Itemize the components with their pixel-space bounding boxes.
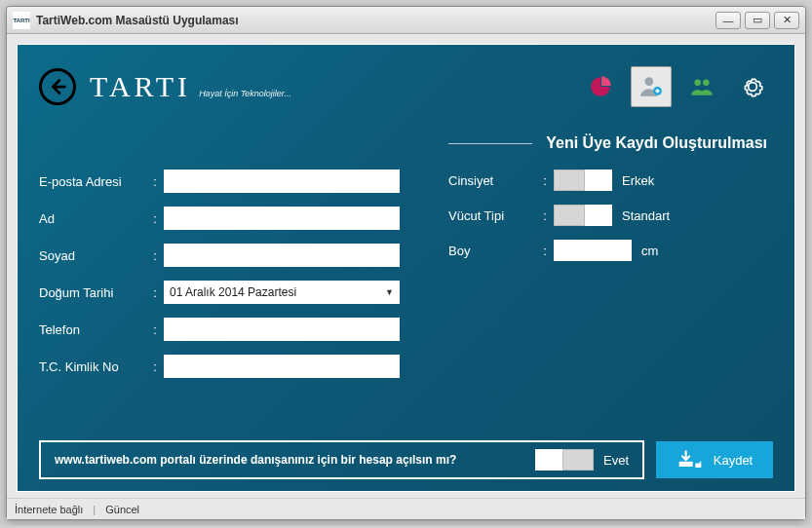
users-icon [689,74,715,99]
window-buttons: — ▭ ✕ [715,12,799,29]
gender-value: Erkek [622,173,654,188]
bodytype-value: Standart [622,208,670,223]
logo: TARTI Hayat İçin Teknolojiler... [90,70,291,103]
surname-field[interactable] [164,244,400,267]
status-version: Güncel [105,504,139,515]
app-window: TARTI TartiWeb.com Masaüstü Uygulaması —… [6,6,806,520]
header-row: TARTI Hayat İçin Teknolojiler... [39,62,773,111]
top-icons [580,66,773,107]
logo-tagline: Hayat İçin Teknolojiler... [199,89,291,98]
save-button[interactable]: Kaydet [656,441,773,478]
phone-row: Telefon : [39,318,400,341]
titlebar[interactable]: TARTI TartiWeb.com Masaüstü Uygulaması —… [7,7,805,34]
tckn-field[interactable] [164,355,400,378]
birthdate-label: Doğum Tarihi [39,285,146,300]
svg-rect-6 [699,462,701,464]
name-row: Ad : [39,207,400,230]
name-field[interactable] [164,207,400,230]
add-user-button[interactable] [631,66,672,107]
svg-point-2 [694,79,701,86]
maximize-button[interactable]: ▭ [745,12,770,29]
window-title: TartiWeb.com Masaüstü Uygulaması [36,14,715,27]
bottom-bar: www.tartiweb.com portalı üzerinde danışa… [39,440,773,479]
account-question-text: www.tartiweb.com portalı üzerinde danışa… [55,453,535,467]
surname-label: Soyad [39,248,146,263]
status-separator: | [93,504,96,515]
app-icon: TARTI [13,12,30,29]
logo-text: TARTI [90,70,191,103]
section-header: Yeni Üye Kaydı Oluşturulması [39,134,773,152]
add-user-icon [638,74,664,99]
phone-label: Telefon [39,322,146,337]
back-arrow-icon [47,76,68,97]
height-field[interactable] [554,240,632,261]
content: TARTI Hayat İçin Teknolojiler... [7,34,805,498]
birthdate-select[interactable]: 01 Aralık 2014 Pazartesi ▼ [164,281,400,304]
bodytype-row: Vücut Tipi : Standart [448,205,773,226]
tckn-label: T.C. Kimlik No [39,359,146,374]
height-label: Boy [448,244,536,258]
name-label: Ad [39,211,146,226]
users-button[interactable] [681,66,722,107]
section-title: Yeni Üye Kaydı Oluşturulması [546,134,767,152]
form: E-posta Adresi : Ad : Soyad : [39,170,773,392]
account-question-toggle[interactable] [535,449,594,471]
svg-rect-5 [695,464,701,468]
chart-button[interactable] [580,66,621,107]
toggle-knob [554,170,585,191]
tckn-row: T.C. Kimlik No : [39,355,400,378]
birthdate-value: 01 Aralık 2014 Pazartesi [170,285,296,299]
svg-point-0 [645,77,654,86]
gender-row: Cinsiyet : Erkek [448,170,773,191]
main-panel: TARTI Hayat İçin Teknolojiler... [17,44,795,492]
pie-chart-icon [588,74,613,99]
surname-row: Soyad : [39,244,400,267]
gear-icon [740,74,765,99]
gender-toggle[interactable] [554,170,612,191]
close-button[interactable]: ✕ [774,12,799,29]
toggle-knob [554,205,585,226]
svg-rect-4 [678,462,692,467]
account-question-box: www.tartiweb.com portalı üzerinde danışa… [39,440,644,479]
form-left-column: E-posta Adresi : Ad : Soyad : [39,170,400,392]
phone-field[interactable] [164,318,400,341]
gender-label: Cinsiyet [448,173,536,188]
back-button[interactable] [39,68,76,105]
form-right-column: Cinsiyet : Erkek Vücut Tipi : Standart B… [448,170,773,392]
bodytype-label: Vücut Tipi [448,208,536,223]
toggle-knob [562,449,594,471]
height-row: Boy : cm [448,240,773,261]
height-unit: cm [641,244,658,258]
svg-point-3 [703,79,710,86]
status-connection: İnternete bağlı [15,504,83,515]
email-field[interactable] [164,170,400,193]
statusbar: İnternete bağlı | Güncel [7,498,805,519]
email-row: E-posta Adresi : [39,170,400,193]
divider [448,143,532,144]
save-button-label: Kaydet [714,453,753,468]
save-icon [677,449,704,471]
birthdate-row: Doğum Tarihi : 01 Aralık 2014 Pazartesi … [39,281,400,304]
email-label: E-posta Adresi [39,174,146,189]
chevron-down-icon: ▼ [385,287,394,297]
bodytype-toggle[interactable] [554,205,612,226]
minimize-button[interactable]: — [715,12,741,29]
settings-button[interactable] [732,66,773,107]
account-question-answer: Evet [603,453,629,468]
